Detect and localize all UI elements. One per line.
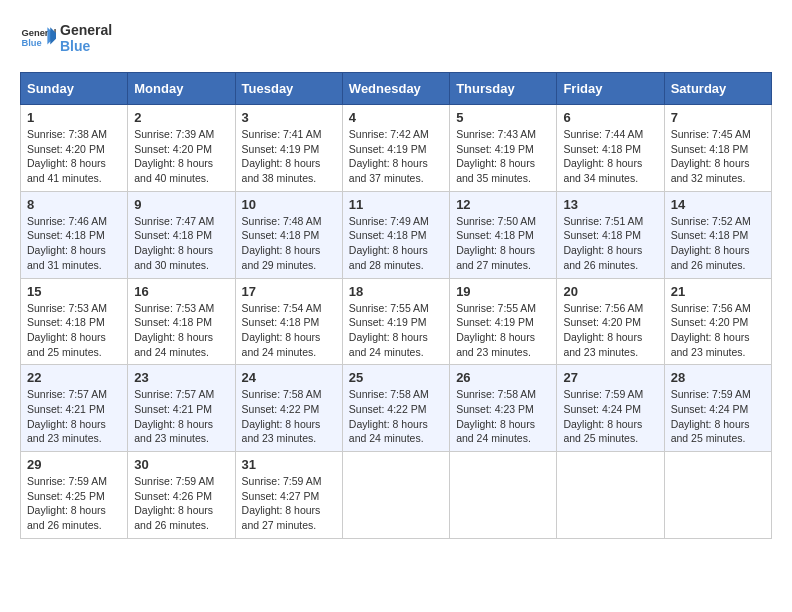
logo-icon: General Blue — [20, 20, 56, 56]
calendar-cell — [557, 452, 664, 539]
day-info: Sunrise: 7:38 AMSunset: 4:20 PMDaylight:… — [27, 127, 121, 186]
day-info: Sunrise: 7:58 AMSunset: 4:23 PMDaylight:… — [456, 387, 550, 446]
day-info: Sunrise: 7:59 AMSunset: 4:25 PMDaylight:… — [27, 474, 121, 533]
calendar-cell: 28Sunrise: 7:59 AMSunset: 4:24 PMDayligh… — [664, 365, 771, 452]
calendar-cell: 19Sunrise: 7:55 AMSunset: 4:19 PMDayligh… — [450, 278, 557, 365]
calendar-cell: 4Sunrise: 7:42 AMSunset: 4:19 PMDaylight… — [342, 105, 449, 192]
calendar-cell: 24Sunrise: 7:58 AMSunset: 4:22 PMDayligh… — [235, 365, 342, 452]
day-info: Sunrise: 7:50 AMSunset: 4:18 PMDaylight:… — [456, 214, 550, 273]
calendar-cell: 20Sunrise: 7:56 AMSunset: 4:20 PMDayligh… — [557, 278, 664, 365]
day-info: Sunrise: 7:55 AMSunset: 4:19 PMDaylight:… — [456, 301, 550, 360]
day-number: 29 — [27, 457, 121, 472]
day-number: 1 — [27, 110, 121, 125]
day-info: Sunrise: 7:39 AMSunset: 4:20 PMDaylight:… — [134, 127, 228, 186]
day-number: 27 — [563, 370, 657, 385]
day-info: Sunrise: 7:52 AMSunset: 4:18 PMDaylight:… — [671, 214, 765, 273]
calendar-week-1: 1Sunrise: 7:38 AMSunset: 4:20 PMDaylight… — [21, 105, 772, 192]
day-info: Sunrise: 7:59 AMSunset: 4:24 PMDaylight:… — [563, 387, 657, 446]
day-info: Sunrise: 7:45 AMSunset: 4:18 PMDaylight:… — [671, 127, 765, 186]
calendar-cell: 27Sunrise: 7:59 AMSunset: 4:24 PMDayligh… — [557, 365, 664, 452]
col-header-thursday: Thursday — [450, 73, 557, 105]
day-number: 6 — [563, 110, 657, 125]
day-info: Sunrise: 7:58 AMSunset: 4:22 PMDaylight:… — [242, 387, 336, 446]
calendar-week-3: 15Sunrise: 7:53 AMSunset: 4:18 PMDayligh… — [21, 278, 772, 365]
day-number: 12 — [456, 197, 550, 212]
day-info: Sunrise: 7:59 AMSunset: 4:27 PMDaylight:… — [242, 474, 336, 533]
day-info: Sunrise: 7:44 AMSunset: 4:18 PMDaylight:… — [563, 127, 657, 186]
svg-text:Blue: Blue — [21, 38, 41, 48]
day-number: 20 — [563, 284, 657, 299]
calendar-cell: 7Sunrise: 7:45 AMSunset: 4:18 PMDaylight… — [664, 105, 771, 192]
calendar-cell: 11Sunrise: 7:49 AMSunset: 4:18 PMDayligh… — [342, 191, 449, 278]
day-info: Sunrise: 7:59 AMSunset: 4:26 PMDaylight:… — [134, 474, 228, 533]
calendar-cell: 23Sunrise: 7:57 AMSunset: 4:21 PMDayligh… — [128, 365, 235, 452]
col-header-tuesday: Tuesday — [235, 73, 342, 105]
day-info: Sunrise: 7:46 AMSunset: 4:18 PMDaylight:… — [27, 214, 121, 273]
calendar-cell: 14Sunrise: 7:52 AMSunset: 4:18 PMDayligh… — [664, 191, 771, 278]
col-header-sunday: Sunday — [21, 73, 128, 105]
day-number: 15 — [27, 284, 121, 299]
day-number: 22 — [27, 370, 121, 385]
calendar-cell: 3Sunrise: 7:41 AMSunset: 4:19 PMDaylight… — [235, 105, 342, 192]
day-info: Sunrise: 7:53 AMSunset: 4:18 PMDaylight:… — [134, 301, 228, 360]
calendar-cell: 25Sunrise: 7:58 AMSunset: 4:22 PMDayligh… — [342, 365, 449, 452]
day-info: Sunrise: 7:53 AMSunset: 4:18 PMDaylight:… — [27, 301, 121, 360]
day-number: 11 — [349, 197, 443, 212]
day-info: Sunrise: 7:41 AMSunset: 4:19 PMDaylight:… — [242, 127, 336, 186]
day-number: 26 — [456, 370, 550, 385]
day-number: 16 — [134, 284, 228, 299]
calendar-cell: 2Sunrise: 7:39 AMSunset: 4:20 PMDaylight… — [128, 105, 235, 192]
logo-text-blue: Blue — [60, 38, 112, 54]
calendar-cell: 30Sunrise: 7:59 AMSunset: 4:26 PMDayligh… — [128, 452, 235, 539]
calendar-cell: 22Sunrise: 7:57 AMSunset: 4:21 PMDayligh… — [21, 365, 128, 452]
header: General Blue General Blue — [20, 20, 772, 56]
logo-text-general: General — [60, 22, 112, 38]
day-info: Sunrise: 7:49 AMSunset: 4:18 PMDaylight:… — [349, 214, 443, 273]
day-info: Sunrise: 7:58 AMSunset: 4:22 PMDaylight:… — [349, 387, 443, 446]
calendar-cell: 10Sunrise: 7:48 AMSunset: 4:18 PMDayligh… — [235, 191, 342, 278]
calendar-cell: 31Sunrise: 7:59 AMSunset: 4:27 PMDayligh… — [235, 452, 342, 539]
calendar-cell — [664, 452, 771, 539]
calendar-cell: 29Sunrise: 7:59 AMSunset: 4:25 PMDayligh… — [21, 452, 128, 539]
calendar-week-4: 22Sunrise: 7:57 AMSunset: 4:21 PMDayligh… — [21, 365, 772, 452]
day-info: Sunrise: 7:55 AMSunset: 4:19 PMDaylight:… — [349, 301, 443, 360]
day-number: 28 — [671, 370, 765, 385]
day-number: 10 — [242, 197, 336, 212]
logo: General Blue General Blue — [20, 20, 112, 56]
calendar-cell: 17Sunrise: 7:54 AMSunset: 4:18 PMDayligh… — [235, 278, 342, 365]
day-number: 4 — [349, 110, 443, 125]
day-info: Sunrise: 7:59 AMSunset: 4:24 PMDaylight:… — [671, 387, 765, 446]
calendar-cell — [450, 452, 557, 539]
calendar-cell: 8Sunrise: 7:46 AMSunset: 4:18 PMDaylight… — [21, 191, 128, 278]
calendar-week-2: 8Sunrise: 7:46 AMSunset: 4:18 PMDaylight… — [21, 191, 772, 278]
day-number: 14 — [671, 197, 765, 212]
day-number: 8 — [27, 197, 121, 212]
day-info: Sunrise: 7:56 AMSunset: 4:20 PMDaylight:… — [563, 301, 657, 360]
day-info: Sunrise: 7:57 AMSunset: 4:21 PMDaylight:… — [27, 387, 121, 446]
day-number: 23 — [134, 370, 228, 385]
col-header-wednesday: Wednesday — [342, 73, 449, 105]
day-number: 25 — [349, 370, 443, 385]
day-number: 5 — [456, 110, 550, 125]
day-number: 30 — [134, 457, 228, 472]
calendar-cell: 12Sunrise: 7:50 AMSunset: 4:18 PMDayligh… — [450, 191, 557, 278]
day-number: 19 — [456, 284, 550, 299]
calendar-cell: 15Sunrise: 7:53 AMSunset: 4:18 PMDayligh… — [21, 278, 128, 365]
day-number: 3 — [242, 110, 336, 125]
calendar-cell: 16Sunrise: 7:53 AMSunset: 4:18 PMDayligh… — [128, 278, 235, 365]
col-header-saturday: Saturday — [664, 73, 771, 105]
day-info: Sunrise: 7:42 AMSunset: 4:19 PMDaylight:… — [349, 127, 443, 186]
calendar-cell: 21Sunrise: 7:56 AMSunset: 4:20 PMDayligh… — [664, 278, 771, 365]
day-number: 24 — [242, 370, 336, 385]
day-info: Sunrise: 7:56 AMSunset: 4:20 PMDaylight:… — [671, 301, 765, 360]
day-info: Sunrise: 7:48 AMSunset: 4:18 PMDaylight:… — [242, 214, 336, 273]
day-info: Sunrise: 7:57 AMSunset: 4:21 PMDaylight:… — [134, 387, 228, 446]
day-number: 17 — [242, 284, 336, 299]
day-info: Sunrise: 7:51 AMSunset: 4:18 PMDaylight:… — [563, 214, 657, 273]
day-number: 21 — [671, 284, 765, 299]
calendar-cell: 6Sunrise: 7:44 AMSunset: 4:18 PMDaylight… — [557, 105, 664, 192]
calendar-cell — [342, 452, 449, 539]
calendar-cell: 1Sunrise: 7:38 AMSunset: 4:20 PMDaylight… — [21, 105, 128, 192]
day-number: 18 — [349, 284, 443, 299]
day-number: 13 — [563, 197, 657, 212]
